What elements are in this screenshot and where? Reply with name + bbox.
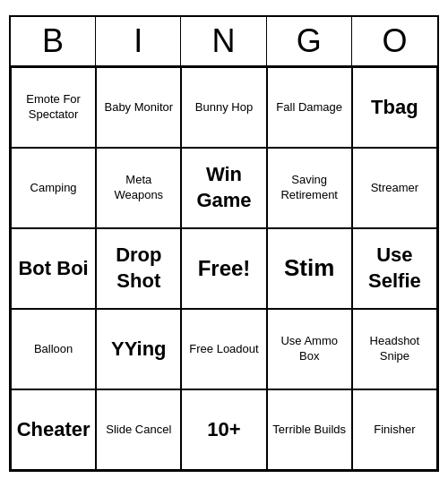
bingo-grid: Emote For SpectatorBaby MonitorBunny Hop…	[11, 67, 437, 470]
bingo-letter: B	[11, 17, 96, 65]
bingo-header: BINGO	[11, 17, 437, 67]
bingo-letter: O	[352, 17, 437, 65]
bingo-cell: Slide Cancel	[96, 389, 181, 470]
bingo-cell: Free Loadout	[181, 309, 266, 389]
bingo-cell: Finisher	[352, 389, 437, 470]
bingo-cell: Bunny Hop	[181, 67, 266, 148]
bingo-cell: Saving Retirement	[267, 148, 352, 228]
bingo-cell: Terrible Builds	[267, 389, 352, 470]
bingo-cell: Use Selfie	[352, 228, 437, 309]
bingo-cell: Streamer	[352, 148, 437, 228]
bingo-cell: Fall Damage	[267, 67, 352, 148]
bingo-cell: Meta Weapons	[96, 148, 181, 228]
bingo-card: BINGO Emote For SpectatorBaby MonitorBun…	[9, 15, 439, 472]
bingo-cell: Balloon	[11, 309, 96, 389]
bingo-cell: Drop Shot	[96, 228, 181, 309]
bingo-cell: Baby Monitor	[96, 67, 181, 148]
bingo-cell: Camping	[11, 148, 96, 228]
bingo-cell: Cheater	[11, 389, 96, 470]
bingo-cell: 10+	[181, 389, 266, 470]
bingo-cell: Emote For Spectator	[11, 67, 96, 148]
bingo-cell: Stim	[267, 228, 352, 309]
bingo-cell: YYing	[96, 309, 181, 389]
bingo-cell: Bot Boi	[11, 228, 96, 309]
bingo-letter: N	[181, 17, 266, 65]
bingo-cell: Headshot Snipe	[352, 309, 437, 389]
bingo-cell: Win Game	[181, 148, 266, 228]
bingo-letter: G	[267, 17, 352, 65]
bingo-letter: I	[96, 17, 181, 65]
bingo-cell: Free!	[181, 228, 266, 309]
bingo-cell: Tbag	[352, 67, 437, 148]
bingo-cell: Use Ammo Box	[267, 309, 352, 389]
